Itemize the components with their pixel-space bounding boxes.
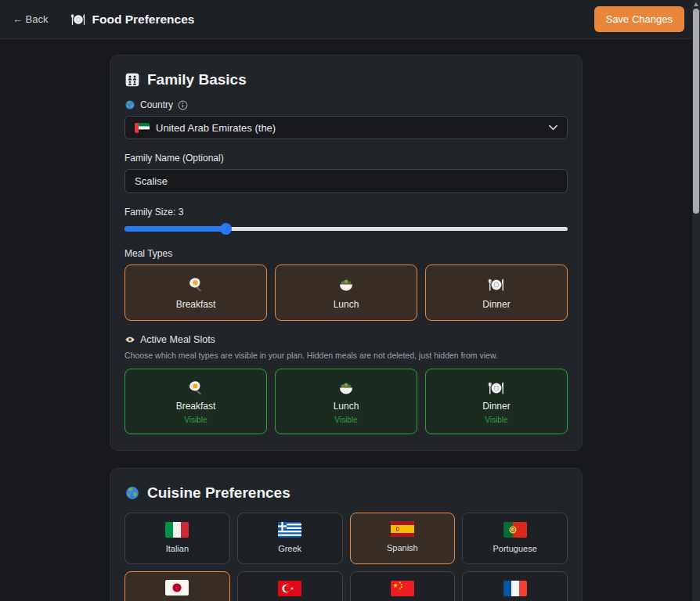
cuisine-label: Greek	[278, 544, 301, 553]
visibility-status: Visible	[334, 416, 357, 424]
meal-label: Lunch	[334, 401, 359, 412]
visibility-status: Visible	[485, 416, 507, 424]
meal-types-label: Meal Types	[124, 248, 172, 259]
eye-icon	[124, 334, 135, 345]
scrollbar-thumb[interactable]	[693, 9, 699, 214]
it-flag-icon	[165, 522, 189, 538]
cuisine-label: Portuguese	[493, 544, 536, 553]
cuisine-label: Italian	[166, 544, 189, 553]
country-select[interactable]: United Arab Emirates (the)	[124, 116, 568, 139]
active-meal-slots-grid: Breakfast Visible Lunch Visible Dinner V…	[124, 369, 568, 434]
section-title-text: Cuisine Preferences	[147, 484, 290, 502]
globe-icon	[124, 485, 140, 501]
family-name-input[interactable]	[124, 169, 568, 193]
meal-type-card[interactable]: Breakfast	[124, 265, 267, 321]
meal-label: Dinner	[482, 401, 510, 412]
es-flag-icon	[391, 521, 414, 537]
meal-label: Lunch	[334, 299, 359, 310]
pt-flag-icon	[503, 522, 527, 538]
meal-type-card[interactable]: Dinner	[425, 265, 568, 321]
info-icon[interactable]	[178, 100, 188, 110]
cuisine-card[interactable]: Greek	[237, 513, 343, 564]
active-meal-slots-field: Active Meal Slots Choose which meal type…	[124, 334, 568, 434]
save-changes-button[interactable]: Save Changes	[594, 6, 684, 32]
meal-types-grid: Breakfast Lunch Dinner	[124, 265, 568, 321]
active-meal-slots-label: Active Meal Slots	[140, 334, 215, 345]
tr-flag-icon	[278, 581, 301, 596]
cuisine-grid: Italian Greek Spanish Portuguese Japanes…	[124, 513, 568, 601]
country-label: Country	[140, 99, 173, 110]
active-meal-slot-card[interactable]: Breakfast Visible	[124, 369, 267, 434]
jp-flag-icon	[165, 580, 189, 596]
family-basics-title: Family Basics	[124, 71, 568, 88]
globe-icon	[124, 99, 135, 110]
meal-label: Breakfast	[176, 401, 216, 412]
active-meal-slot-card[interactable]: Dinner Visible	[425, 369, 568, 434]
section-title-text: Family Basics	[147, 71, 247, 88]
slider-fill	[124, 226, 226, 232]
cuisine-card[interactable]: Japanese	[124, 571, 230, 601]
cuisine-preferences-title: Cuisine Preferences	[124, 484, 568, 502]
fried-egg-icon	[187, 380, 204, 397]
family-size-label: Family Size: 3	[124, 207, 183, 218]
family-basics-section: Family Basics Country United Arab Emirat…	[110, 55, 583, 451]
meal-label: Breakfast	[176, 299, 216, 310]
slider-thumb[interactable]	[220, 223, 232, 235]
page-title: Food Preferences	[70, 12, 195, 27]
chevron-down-icon	[549, 124, 557, 131]
uae-flag-icon	[135, 123, 150, 133]
plate-icon	[488, 276, 505, 293]
fr-flag-icon	[503, 581, 527, 596]
meal-types-field: Meal Types Breakfast Lunch Dinner	[124, 248, 568, 321]
salad-icon	[337, 276, 355, 293]
meal-type-card[interactable]: Lunch	[275, 265, 417, 321]
cuisine-card[interactable]: French	[462, 571, 568, 601]
scroll-up-arrow-icon[interactable]	[694, 2, 698, 6]
meal-label: Dinner	[482, 299, 510, 310]
active-meal-slot-card[interactable]: Lunch Visible	[275, 369, 417, 434]
gr-flag-icon	[278, 522, 301, 538]
cuisine-preferences-section: Cuisine Preferences Italian Greek Spanis…	[110, 468, 583, 601]
salad-icon	[337, 380, 355, 397]
cuisine-label: Spanish	[387, 543, 418, 552]
country-field: Country United Arab Emirates (the)	[124, 99, 568, 139]
country-select-value: United Arab Emirates (the)	[156, 122, 276, 134]
family-size-field: Family Size: 3	[124, 207, 568, 235]
family-name-label: Family Name (Optional)	[124, 153, 224, 164]
visibility-status: Visible	[184, 416, 207, 424]
active-meal-slots-description: Choose which meal types are visible in y…	[124, 351, 568, 360]
fried-egg-icon	[187, 276, 204, 293]
family-size-slider[interactable]	[124, 223, 568, 235]
cuisine-card[interactable]: Chinese	[350, 571, 456, 601]
page-title-text: Food Preferences	[92, 13, 195, 27]
main-content: Family Basics Country United Arab Emirat…	[110, 55, 700, 601]
cn-flag-icon	[391, 581, 414, 596]
plate-icon	[488, 380, 505, 397]
family-icon	[124, 72, 140, 88]
cuisine-card[interactable]: Spanish	[350, 513, 456, 564]
scrollbar[interactable]	[692, 0, 700, 601]
family-name-field: Family Name (Optional)	[124, 153, 568, 193]
top-bar: ← Back Food Preferences Save Changes	[0, 0, 700, 39]
back-button[interactable]: ← Back	[11, 10, 50, 28]
plate-icon	[70, 12, 86, 27]
cuisine-card[interactable]: Portuguese	[462, 513, 568, 564]
cuisine-card[interactable]: Turkish	[237, 571, 343, 601]
cuisine-card[interactable]: Italian	[124, 513, 230, 564]
